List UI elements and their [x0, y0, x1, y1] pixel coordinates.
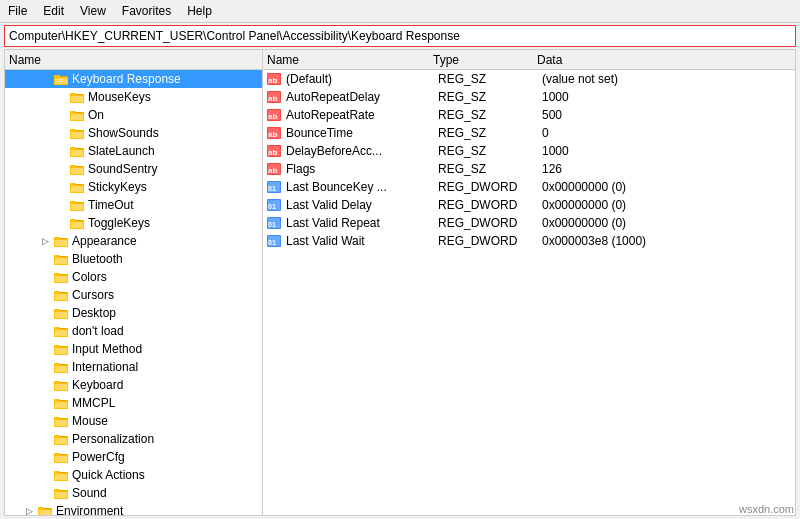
folder-icon	[69, 198, 85, 212]
reg-icon-reg_dword: 01	[265, 234, 283, 248]
svg-text:01: 01	[268, 203, 276, 210]
reg-row-lastvalidrepeat[interactable]: 01 Last Valid Repeat REG_DWORD 0x0000000…	[263, 214, 795, 232]
reg-row-bouncetime[interactable]: ab BounceTime REG_SZ 0	[263, 124, 795, 142]
tree-item-label: SlateLaunch	[88, 144, 155, 158]
tree-item-mouse[interactable]: Mouse	[5, 412, 262, 430]
reg-row-default[interactable]: ab (Default) REG_SZ (value not set)	[263, 70, 795, 88]
reg-name: (Default)	[286, 72, 438, 86]
tree-item-powercfg[interactable]: PowerCfg	[5, 448, 262, 466]
tree-item-togglekeys[interactable]: ToggleKeys	[5, 214, 262, 232]
reg-data: 0x00000000 (0)	[538, 216, 795, 230]
tree-item-personalization[interactable]: Personalization	[5, 430, 262, 448]
reg-name: Last Valid Repeat	[286, 216, 438, 230]
svg-text:ab: ab	[268, 148, 277, 157]
folder-icon	[53, 360, 69, 374]
tree-item-stickykeys[interactable]: StickyKeys	[5, 178, 262, 196]
menu-file[interactable]: File	[0, 2, 35, 20]
menu-bar: File Edit View Favorites Help	[0, 0, 800, 23]
reg-type: REG_DWORD	[438, 234, 538, 248]
tree-item-bluetooth[interactable]: Bluetooth	[5, 250, 262, 268]
tree-item-environment[interactable]: ▷ Environment	[5, 502, 262, 515]
tree-item-keyboard[interactable]: Keyboard	[5, 376, 262, 394]
reg-icon-reg_sz: ab	[265, 126, 283, 140]
svg-rect-87	[55, 456, 67, 462]
tree-item-label: ToggleKeys	[88, 216, 150, 230]
tree-item-label: Keyboard Response	[72, 72, 181, 86]
svg-rect-27	[71, 186, 83, 192]
svg-rect-99	[39, 510, 51, 515]
reg-data: 0x00000000 (0)	[538, 198, 795, 212]
tree-item-sound[interactable]: Sound	[5, 484, 262, 502]
svg-text:ab: ab	[268, 130, 277, 139]
reg-data: 0	[538, 126, 795, 140]
reg-name: Last Valid Wait	[286, 234, 438, 248]
tree-item-label: StickyKeys	[88, 180, 147, 194]
folder-icon	[53, 396, 69, 410]
tree-item-timeout[interactable]: TimeOut	[5, 196, 262, 214]
tree-item-showsounds[interactable]: ShowSounds	[5, 124, 262, 142]
reg-row-autorepeatrate[interactable]: ab AutoRepeatRate REG_SZ 500	[263, 106, 795, 124]
tree-item-label: Input Method	[72, 342, 142, 356]
tree-item-label: Quick Actions	[72, 468, 145, 482]
expand-arrow[interactable]: ▷	[21, 506, 37, 515]
tree-item-appearance[interactable]: ▷ Appearance	[5, 232, 262, 250]
tree-item-inputmethod[interactable]: Input Method	[5, 340, 262, 358]
menu-view[interactable]: View	[72, 2, 114, 20]
tree-item-label: Appearance	[72, 234, 137, 248]
tree-item-colors[interactable]: Colors	[5, 268, 262, 286]
reg-name: AutoRepeatRate	[286, 108, 438, 122]
tree-item-label: Bluetooth	[72, 252, 123, 266]
svg-rect-63	[55, 348, 67, 354]
reg-type: REG_SZ	[438, 72, 538, 86]
tree-item-dontload[interactable]: don't load	[5, 322, 262, 340]
svg-rect-83	[55, 438, 67, 444]
svg-text:ab: ab	[268, 76, 277, 85]
reg-type: REG_SZ	[438, 108, 538, 122]
tree-item-mousekeys[interactable]: MouseKeys	[5, 88, 262, 106]
reg-row-lastvaliddelay[interactable]: 01 Last Valid Delay REG_DWORD 0x00000000…	[263, 196, 795, 214]
expand-arrow[interactable]: ▷	[37, 236, 53, 246]
reg-data: 1000	[538, 144, 795, 158]
reg-row-lastbouncekey[interactable]: 01 Last BounceKey ... REG_DWORD 0x000000…	[263, 178, 795, 196]
tree-item-cursors[interactable]: Cursors	[5, 286, 262, 304]
menu-edit[interactable]: Edit	[35, 2, 72, 20]
reg-icon-reg_sz: ab	[265, 108, 283, 122]
tree-item-label: Cursors	[72, 288, 114, 302]
reg-data: 0x000003e8 (1000)	[538, 234, 795, 248]
reg-name: AutoRepeatDelay	[286, 90, 438, 104]
reg-row-lastvalidwait[interactable]: 01 Last Valid Wait REG_DWORD 0x000003e8 …	[263, 232, 795, 250]
tree-item-quickactions[interactable]: Quick Actions	[5, 466, 262, 484]
folder-icon	[53, 234, 69, 248]
tree-item-keyboard-response[interactable]: Keyboard Response	[5, 70, 262, 88]
tree-item-label: On	[88, 108, 104, 122]
menu-favorites[interactable]: Favorites	[114, 2, 179, 20]
tree-item-on[interactable]: On	[5, 106, 262, 124]
reg-row-autorepeatdelay[interactable]: ab AutoRepeatDelay REG_SZ 1000	[263, 88, 795, 106]
svg-rect-39	[55, 240, 67, 246]
folder-icon	[53, 72, 69, 86]
folder-icon	[69, 180, 85, 194]
reg-data: (value not set)	[538, 72, 795, 86]
folder-icon	[69, 108, 85, 122]
svg-text:01: 01	[268, 239, 276, 246]
address-bar[interactable]: Computer\HKEY_CURRENT_USER\Control Panel…	[4, 25, 796, 47]
tree-item-label: Environment	[56, 504, 123, 515]
right-pane[interactable]: Name Type Data ab (Default) REG_SZ (valu…	[263, 50, 795, 515]
tree-item-desktop[interactable]: Desktop	[5, 304, 262, 322]
tree-item-mmcpl[interactable]: MMCPL	[5, 394, 262, 412]
reg-icon-reg_dword: 01	[265, 180, 283, 194]
reg-type: REG_SZ	[438, 162, 538, 176]
tree-item-international[interactable]: International	[5, 358, 262, 376]
reg-type: REG_DWORD	[438, 180, 538, 194]
reg-row-delaybeforeacc[interactable]: ab DelayBeforeAcc... REG_SZ 1000	[263, 142, 795, 160]
menu-help[interactable]: Help	[179, 2, 220, 20]
reg-row-flags[interactable]: ab Flags REG_SZ 126	[263, 160, 795, 178]
tree-item-label: Personalization	[72, 432, 154, 446]
svg-rect-7	[71, 96, 83, 102]
svg-rect-35	[71, 222, 83, 228]
svg-rect-71	[55, 384, 67, 390]
tree-pane[interactable]: Name Keyboard Response MouseKeys On Show…	[5, 50, 263, 515]
tree-item-slatelaunch[interactable]: SlateLaunch	[5, 142, 262, 160]
svg-rect-31	[71, 204, 83, 210]
tree-item-soundsentry[interactable]: SoundSentry	[5, 160, 262, 178]
